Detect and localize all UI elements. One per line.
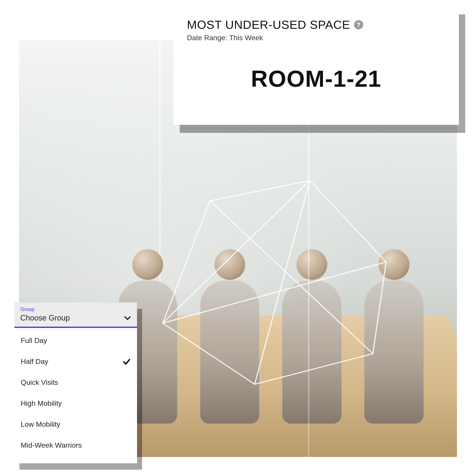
group-dropdown: Group Choose Group Full DayHalf DayQuick…	[14, 302, 137, 463]
group-field-label: Group	[20, 306, 131, 312]
card-title: MOST UNDER-USED SPACE	[187, 18, 350, 32]
group-option-label: Low Mobility	[21, 420, 60, 428]
group-option[interactable]: Half Day	[14, 351, 137, 372]
group-selected-label: Choose Group	[20, 314, 70, 322]
check-icon	[123, 357, 131, 366]
group-option-list: Full DayHalf DayQuick VisitsHigh Mobilit…	[14, 328, 137, 461]
chevron-down-icon	[124, 314, 131, 321]
card-value: ROOM-1-21	[187, 65, 445, 92]
group-dropdown-header[interactable]: Group Choose Group	[14, 302, 137, 328]
card-subtitle: Date Range: This Week	[187, 34, 445, 42]
group-option[interactable]: Low Mobility	[14, 414, 137, 435]
group-option-label: Mid-Week Warriors	[21, 441, 82, 449]
group-option-label: High Mobility	[21, 399, 62, 407]
group-option-label: Full Day	[21, 336, 47, 345]
most-underused-space-card: MOST UNDER-USED SPACE ? Date Range: This…	[173, 6, 459, 125]
group-selected-row[interactable]: Choose Group	[20, 314, 131, 322]
group-option[interactable]: Full Day	[14, 330, 137, 351]
group-option-label: Half Day	[21, 357, 48, 366]
people-decor	[107, 240, 435, 424]
group-option[interactable]: Quick Visits	[14, 372, 137, 393]
group-option[interactable]: High Mobility	[14, 393, 137, 414]
group-option-label: Quick Visits	[21, 378, 58, 387]
help-icon[interactable]: ?	[354, 20, 363, 29]
group-option[interactable]: Mid-Week Warriors	[14, 435, 137, 456]
